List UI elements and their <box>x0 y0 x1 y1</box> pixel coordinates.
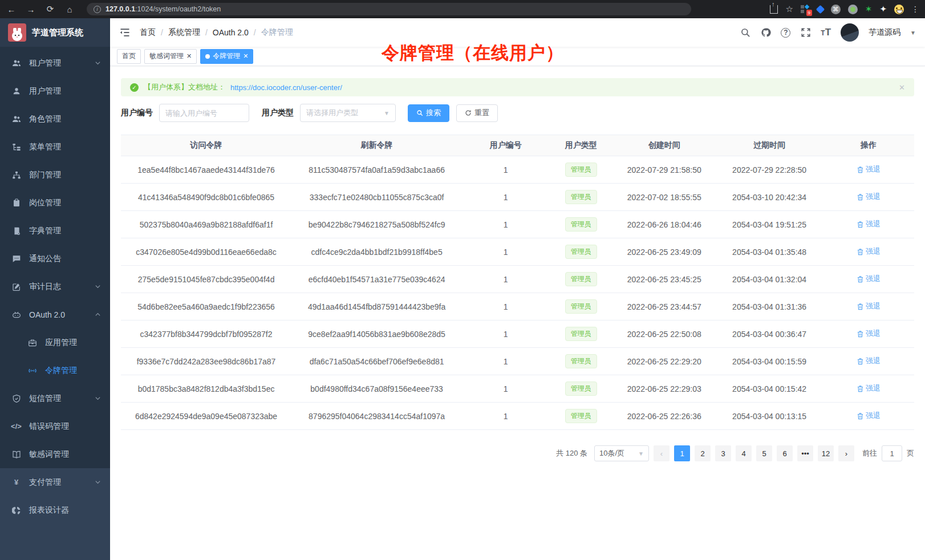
action-cell: 强退 <box>823 403 914 430</box>
chevron-down-icon: ▼ <box>384 110 390 116</box>
table-row: 1ea5e44f8bc1467aaede43144f31de76811c5304… <box>121 156 914 184</box>
record-extension-icon[interactable] <box>848 5 858 14</box>
breadcrumb-item[interactable]: 系统管理 <box>168 27 200 38</box>
force-logout-button[interactable]: 强退 <box>857 411 881 421</box>
sidebar-item-报表设计器[interactable]: 报表设计器 <box>0 496 110 524</box>
close-icon[interactable]: ✕ <box>243 53 248 59</box>
sidebar-item-审计日志[interactable]: 审计日志 <box>0 273 110 301</box>
sidebar-item-支付管理[interactable]: ¥支付管理 <box>0 468 110 496</box>
page-button-5[interactable]: 5 <box>756 445 772 461</box>
page-unit-label: 页 <box>907 448 914 458</box>
text-size-icon[interactable] <box>821 27 831 38</box>
user-id-input[interactable] <box>159 104 249 122</box>
github-icon[interactable] <box>760 27 771 38</box>
sidebar-item-通知公告[interactable]: 通知公告 <box>0 245 110 273</box>
sidebar-item-菜单管理[interactable]: 菜单管理 <box>0 133 110 161</box>
sidebar-item-字典管理[interactable]: 字典管理 <box>0 217 110 245</box>
fullscreen-icon[interactable] <box>800 27 811 38</box>
extension-blocks-icon[interactable]: 9 <box>801 5 810 14</box>
chevron-down-icon[interactable] <box>910 30 916 36</box>
tab-敏感词管理[interactable]: 敏感词管理✕ <box>144 49 197 64</box>
sidebar-item-角色管理[interactable]: 角色管理 <box>0 105 110 133</box>
page-button-2[interactable]: 2 <box>695 445 711 461</box>
gem-extension-icon[interactable] <box>816 5 825 14</box>
force-logout-button[interactable]: 强退 <box>857 328 881 339</box>
sidebar-item-令牌管理[interactable]: 令牌管理 <box>0 356 110 384</box>
green-star-extension-icon[interactable] <box>865 4 873 14</box>
hamburger-icon[interactable] <box>119 27 131 38</box>
sidebar-item-用户管理[interactable]: 用户管理 <box>0 77 110 105</box>
user-avatar[interactable] <box>841 23 859 42</box>
token-table: 访问令牌刷新令牌用户编号用户类型创建时间过期时间操作 1ea5e44f8bc14… <box>121 135 914 430</box>
site-info-icon[interactable]: i <box>94 6 101 13</box>
prev-page-button[interactable]: ‹ <box>654 445 670 461</box>
home-icon[interactable]: ⌂ <box>64 5 75 14</box>
sidebar-item-OAuth 2.0[interactable]: OAuth 2.0 <box>0 301 110 328</box>
dept-icon <box>11 170 21 180</box>
audit-icon <box>11 282 21 291</box>
bookmark-star-icon[interactable] <box>785 4 793 14</box>
reload-icon[interactable]: ⟳ <box>44 4 56 14</box>
menu-tree-icon <box>11 142 21 152</box>
user-type-badge: 管理员 <box>565 217 597 232</box>
search-icon[interactable] <box>740 27 750 38</box>
search-button[interactable]: 搜索 <box>408 104 449 122</box>
forward-icon[interactable]: → <box>25 5 36 14</box>
force-logout-button[interactable]: 强退 <box>857 164 881 175</box>
reset-button[interactable]: 重置 <box>456 104 498 122</box>
sidebar-item-短信管理[interactable]: 短信管理 <box>0 384 110 412</box>
tab-令牌管理[interactable]: 令牌管理✕ <box>200 49 253 64</box>
user-id-label: 用户编号 <box>121 108 153 118</box>
force-logout-button[interactable]: 强退 <box>857 301 881 311</box>
help-icon[interactable]: ? <box>781 28 790 38</box>
share-icon[interactable] <box>770 5 778 14</box>
close-icon[interactable]: ✕ <box>899 83 905 92</box>
breadcrumb-item[interactable]: 首页 <box>140 27 156 38</box>
tab-首页[interactable]: 首页 <box>117 49 141 64</box>
token-icon <box>27 366 37 375</box>
force-logout-button[interactable]: 强退 <box>857 356 881 366</box>
goto-page-input[interactable] <box>882 445 902 461</box>
user-type-select[interactable]: 请选择用户类型 ▼ <box>300 104 396 122</box>
expire-time-cell: 2054-03-04 01:32:04 <box>716 266 823 293</box>
breadcrumb-item: 令牌管理 <box>261 27 293 38</box>
page-button-4[interactable]: 4 <box>736 445 752 461</box>
sidebar-item-敏感词管理[interactable]: 敏感词管理 <box>0 440 110 468</box>
sidebar-item-部门管理[interactable]: 部门管理 <box>0 161 110 189</box>
user-type-badge: 管理员 <box>565 190 597 204</box>
close-icon[interactable]: ✕ <box>186 53 192 59</box>
alert-link[interactable]: https://doc.iocoder.cn/user-center/ <box>230 83 342 92</box>
command-extension-icon[interactable]: ⌘ <box>831 5 841 14</box>
user-type-cell: 管理员 <box>549 266 612 293</box>
search-icon <box>416 109 423 116</box>
page-size-select[interactable]: 10条/页 ▼ <box>594 445 649 461</box>
username[interactable]: 芋道源码 <box>869 27 900 38</box>
access-token-cell: f9336e7c7dd242a283ee98dc86b17a87 <box>121 348 291 375</box>
trash-icon <box>857 248 864 255</box>
force-logout-button[interactable]: 强退 <box>857 246 881 257</box>
page-button-6[interactable]: 6 <box>777 445 793 461</box>
user-type-cell: 管理员 <box>549 156 612 184</box>
user-type-cell: 管理员 <box>549 184 612 211</box>
address-bar[interactable]: i 127.0.0.1:1024/system/oauth2/token <box>87 3 691 15</box>
sidebar-item-岗位管理[interactable]: 岗位管理 <box>0 189 110 217</box>
page-button-12[interactable]: 12 <box>818 445 834 461</box>
force-logout-button[interactable]: 强退 <box>857 192 881 202</box>
breadcrumb-item[interactable]: OAuth 2.0 <box>213 28 249 37</box>
user-id-cell: 1 <box>462 320 549 348</box>
browser-menu-icon[interactable] <box>911 4 919 14</box>
force-logout-button[interactable]: 强退 <box>857 219 881 229</box>
back-icon[interactable]: ← <box>6 5 17 14</box>
sidebar-item-租户管理[interactable]: 租户管理 <box>0 49 110 77</box>
pay-icon: ¥ <box>11 477 21 487</box>
page-button-3[interactable]: 3 <box>715 445 731 461</box>
sidebar-item-应用管理[interactable]: 应用管理 <box>0 328 110 356</box>
force-logout-button[interactable]: 强退 <box>857 274 881 284</box>
emoji-extension-icon[interactable] <box>894 5 904 14</box>
more-pages-button[interactable]: ••• <box>797 445 813 461</box>
force-logout-button[interactable]: 强退 <box>857 383 881 393</box>
sidebar-item-错误码管理[interactable]: </>错误码管理 <box>0 412 110 440</box>
next-page-button[interactable]: › <box>838 445 854 461</box>
page-button-1[interactable]: 1 <box>674 445 690 461</box>
puzzle-extension-icon[interactable] <box>879 4 887 14</box>
